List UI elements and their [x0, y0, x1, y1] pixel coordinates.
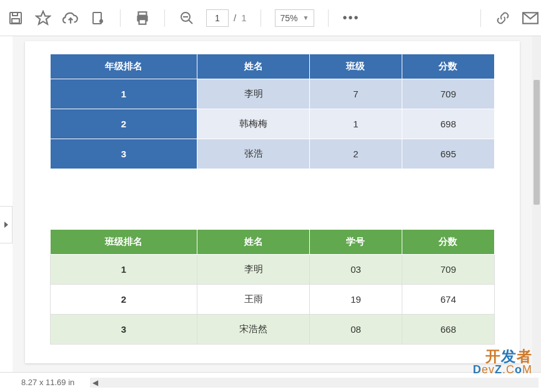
- scrollbar-thumb[interactable]: [534, 80, 540, 205]
- page-total: 1: [241, 12, 246, 23]
- svg-marker-13: [4, 222, 8, 228]
- separator: [328, 9, 329, 27]
- svg-marker-2: [36, 11, 50, 24]
- page-number-input[interactable]: [206, 9, 229, 27]
- status-bar: 8.27 x 11.69 in ◀: [0, 372, 541, 392]
- lock-page-icon[interactable]: [90, 10, 106, 26]
- separator: [164, 9, 165, 27]
- col-header: 姓名: [197, 54, 310, 79]
- col-header: 班级排名: [51, 230, 197, 255]
- table-row: 3 张浩 2 695: [51, 139, 495, 169]
- link-icon[interactable]: [495, 10, 511, 26]
- col-header: 分数: [402, 230, 494, 255]
- print-icon[interactable]: [134, 10, 151, 26]
- scroll-left-icon[interactable]: ◀: [90, 378, 100, 387]
- table-row: 2 韩梅梅 1 698: [51, 109, 495, 139]
- separator: [120, 9, 121, 27]
- grade-rank-table: 年级排名 姓名 班级 分数 1 李明 7 709 2 韩梅梅 1 698: [50, 54, 495, 169]
- svg-point-4: [99, 19, 103, 23]
- mail-icon[interactable]: [522, 10, 539, 26]
- more-icon[interactable]: •••: [342, 11, 359, 25]
- pdf-toolbar: / 1 75% ▼ •••: [0, 0, 541, 36]
- star-icon[interactable]: [35, 10, 51, 26]
- chevron-down-icon: ▼: [303, 14, 309, 21]
- separator: [261, 9, 261, 27]
- col-header: 班级: [309, 54, 402, 79]
- table-row: 3 宋浩然 08 668: [51, 315, 495, 345]
- svg-rect-6: [139, 12, 147, 15]
- col-header: 姓名: [197, 230, 310, 255]
- pdf-page: 年级排名 姓名 班级 分数 1 李明 7 709 2 韩梅梅 1 698: [25, 41, 520, 363]
- svg-rect-1: [12, 19, 19, 23]
- class-rank-table: 班级排名 姓名 学号 分数 1 李明 03 709 2 王雨 19 674: [50, 229, 495, 345]
- document-viewport: 年级排名 姓名 班级 分数 1 李明 7 709 2 韩梅梅 1 698: [12, 36, 532, 372]
- zoom-out-icon[interactable]: [179, 10, 195, 26]
- col-header: 分数: [402, 54, 494, 79]
- sidebar-expand-tab[interactable]: [0, 206, 12, 243]
- page-navigator: / 1: [206, 9, 247, 27]
- vertical-scrollbar[interactable]: [532, 36, 541, 372]
- separator: [480, 9, 481, 27]
- table-row: 2 王雨 19 674: [51, 285, 495, 315]
- table-row: 1 李明 7 709: [51, 79, 495, 109]
- page-dimensions: 8.27 x 11.69 in: [2, 378, 90, 387]
- col-header: 学号: [309, 230, 402, 255]
- save-icon[interactable]: [7, 10, 24, 26]
- zoom-dropdown[interactable]: 75% ▼: [275, 9, 315, 27]
- cloud-upload-icon[interactable]: [62, 10, 79, 26]
- zoom-value: 75%: [280, 13, 298, 23]
- table-row: 1 李明 03 709: [51, 255, 495, 285]
- horizontal-scrollbar[interactable]: ◀: [90, 378, 539, 388]
- page-separator: /: [234, 12, 236, 23]
- col-header: 年级排名: [51, 54, 197, 79]
- svg-line-11: [189, 20, 192, 24]
- svg-rect-8: [139, 19, 146, 24]
